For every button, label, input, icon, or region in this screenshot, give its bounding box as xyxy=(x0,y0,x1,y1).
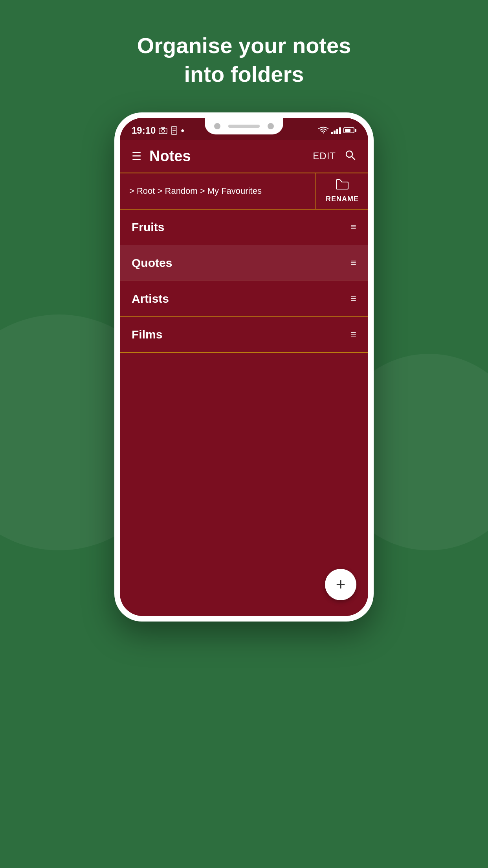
sensor xyxy=(268,123,274,129)
plus-icon: + xyxy=(336,576,346,593)
breadcrumb-path: > Root > Random > My Favourites xyxy=(120,173,316,209)
app-header: ☰ Notes EDIT xyxy=(120,140,368,173)
app-title: Notes xyxy=(149,148,305,165)
folder-list: Fruits ≡ Quotes ≡ Artists ≡ Films ≡ xyxy=(120,210,368,353)
folder-item-quotes[interactable]: Quotes ≡ xyxy=(120,245,368,281)
phone-screen: 19:10 • xyxy=(120,118,368,616)
search-icon[interactable] xyxy=(344,149,356,164)
fab-container: + xyxy=(120,569,368,616)
headline: Organise your notes into folders xyxy=(137,31,351,89)
folder-name-films: Films xyxy=(132,328,162,341)
front-camera xyxy=(214,123,220,129)
status-left: 19:10 • xyxy=(132,125,184,136)
document-icon xyxy=(171,126,178,135)
rename-button[interactable]: RENAME xyxy=(316,173,368,209)
drag-handle-fruits[interactable]: ≡ xyxy=(350,221,356,233)
folder-item-films[interactable]: Films ≡ xyxy=(120,317,368,353)
status-time: 19:10 xyxy=(132,125,156,136)
battery-icon xyxy=(343,127,356,133)
menu-icon[interactable]: ☰ xyxy=(132,150,141,163)
folder-item-fruits[interactable]: Fruits ≡ xyxy=(120,210,368,245)
svg-line-8 xyxy=(352,156,355,160)
rename-label: RENAME xyxy=(326,195,359,203)
folder-name-fruits: Fruits xyxy=(132,221,164,234)
speaker xyxy=(228,125,260,128)
empty-area xyxy=(120,353,368,569)
folder-name-artists: Artists xyxy=(132,292,169,305)
signal-bars xyxy=(331,127,341,134)
phone-frame: 19:10 • xyxy=(114,112,374,622)
edit-button[interactable]: EDIT xyxy=(313,151,336,162)
breadcrumb-bar: > Root > Random > My Favourites RENAME xyxy=(120,173,368,210)
status-bar: 19:10 • xyxy=(120,118,368,140)
svg-point-1 xyxy=(162,129,165,132)
svg-rect-0 xyxy=(159,128,167,134)
drag-handle-films[interactable]: ≡ xyxy=(350,328,356,340)
status-icons-right xyxy=(318,127,356,134)
photo-icon xyxy=(159,127,167,134)
folder-name-quotes: Quotes xyxy=(132,256,172,270)
drag-handle-quotes[interactable]: ≡ xyxy=(350,257,356,269)
headline-line2: into folders xyxy=(184,62,304,86)
drag-handle-artists[interactable]: ≡ xyxy=(350,292,356,305)
notch xyxy=(205,118,283,134)
add-button[interactable]: + xyxy=(325,569,356,600)
status-dot: • xyxy=(181,125,184,136)
folder-icon xyxy=(336,179,349,193)
wifi-icon xyxy=(318,127,328,134)
folder-item-artists[interactable]: Artists ≡ xyxy=(120,281,368,317)
headline-line1: Organise your notes xyxy=(137,33,351,58)
